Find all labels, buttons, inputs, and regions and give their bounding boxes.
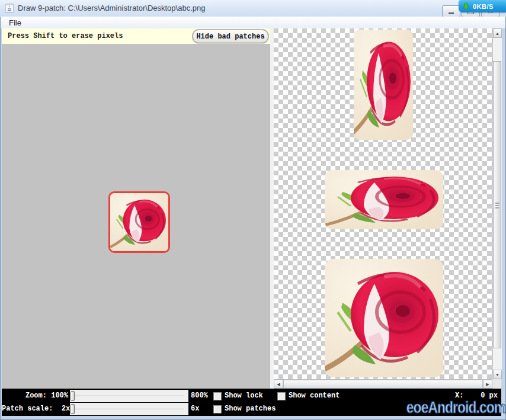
draw-9patch-window: Draw 9-patch: C:\Users\Administrator\Des…: [0, 0, 506, 420]
preview-both-stretch: [325, 259, 443, 377]
show-content-label: Show content: [289, 392, 340, 400]
drawing-canvas[interactable]: [2, 44, 270, 389]
patch-scale-max-label: 6x: [191, 405, 199, 413]
show-patches-checkbox[interactable]: [213, 405, 222, 413]
zoom-slider-thumb[interactable]: [71, 391, 75, 401]
download-speed-badge[interactable]: 0KB/S: [459, 0, 506, 12]
nine-patch-image[interactable]: [108, 191, 170, 253]
patch-scale-label: Patch scale: 2x: [2, 405, 68, 413]
zoom-label: Zoom: 100%: [2, 392, 68, 400]
show-content-checkbox[interactable]: [277, 392, 286, 400]
patch-scale-value: 2x: [62, 405, 70, 413]
patch-scale-slider-thumb[interactable]: [71, 404, 75, 414]
download-arrow-icon: [462, 2, 470, 11]
rose-image: [354, 30, 413, 140]
show-lock-label: Show lock: [225, 392, 263, 400]
zoom-slider[interactable]: [70, 390, 188, 402]
patch-scale-slider[interactable]: [70, 403, 188, 415]
watermark-text: eoeAndroid.com: [406, 399, 505, 417]
vertical-scrollbar[interactable]: ▲ ▼: [492, 28, 502, 379]
vertical-scrollbar-thumb[interactable]: [493, 61, 501, 348]
zoom-slider-track[interactable]: [74, 396, 184, 396]
patch-scale-slider-track[interactable]: [74, 409, 184, 409]
scroll-up-icon[interactable]: ▲: [493, 28, 502, 38]
zoom-max-label: 800%: [191, 392, 208, 400]
show-patches-label: Show patches: [225, 405, 276, 413]
scroll-right-icon[interactable]: ▶: [483, 380, 492, 389]
horizontal-scrollbar-thumb[interactable]: [283, 380, 483, 389]
download-speed-text: 0KB/S: [473, 3, 494, 10]
menu-bar: File: [1, 17, 505, 29]
hint-text: Press Shift to erase pixels: [8, 32, 123, 40]
menu-item-file[interactable]: File: [6, 18, 24, 28]
preview-vertical-stretch: [354, 30, 413, 140]
minimize-icon: [449, 12, 454, 14]
window-title: Draw 9-patch: C:\Users\Administrator\Des…: [18, 4, 205, 12]
hide-bad-patches-button[interactable]: Hide bad patches: [193, 30, 268, 43]
preview-horizontal-stretch: [325, 170, 443, 229]
minimize-button[interactable]: [442, 5, 460, 17]
java-icon: [5, 4, 14, 13]
rose-image: [325, 259, 443, 377]
preview-pane: ▲ ▼ ◀ ▶: [274, 28, 501, 389]
scroll-down-icon[interactable]: ▼: [493, 370, 502, 379]
horizontal-scrollbar[interactable]: ◀ ▶: [274, 379, 492, 389]
zoom-value: 100%: [51, 392, 68, 400]
hint-banner: Press Shift to erase pixels Hide bad pat…: [2, 28, 270, 44]
title-bar[interactable]: Draw 9-patch: C:\Users\Administrator\Des…: [0, 0, 506, 17]
show-lock-checkbox[interactable]: [213, 392, 222, 400]
rose-image: [110, 193, 168, 251]
scroll-left-icon[interactable]: ◀: [274, 380, 283, 389]
scrollbar-corner: [492, 379, 501, 389]
rose-image: [325, 170, 443, 229]
